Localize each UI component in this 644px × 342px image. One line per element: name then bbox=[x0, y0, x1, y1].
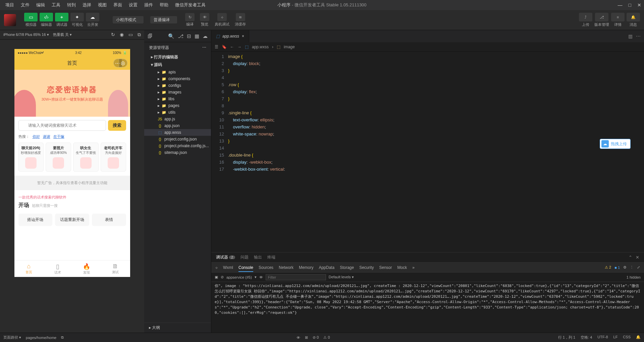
lang[interactable]: CSS bbox=[623, 335, 631, 340]
tool-调试器[interactable]: ⌖调试器 bbox=[55, 13, 68, 27]
hidden-count[interactable]: 1 hidden bbox=[627, 275, 641, 279]
tabbar-item[interactable]: 🗎测试 bbox=[101, 261, 130, 277]
copy-path-icon[interactable]: ⧉ bbox=[61, 335, 64, 340]
close-icon[interactable]: ✕ bbox=[637, 2, 641, 8]
fold-icon[interactable]: ⊟ bbox=[187, 33, 191, 39]
search-input[interactable] bbox=[18, 120, 106, 131]
tool-编辑器[interactable]: ‹/›编辑器 bbox=[40, 13, 53, 27]
action-真机调试[interactable]: ⟡真机调试 bbox=[215, 13, 229, 27]
nav-fwd-icon[interactable]: → bbox=[237, 45, 241, 49]
tree-item-sitemap.json[interactable]: {}sitemap.json bbox=[144, 149, 211, 156]
files-icon[interactable]: 🗐 bbox=[148, 33, 153, 39]
record-icon[interactable]: ◉ bbox=[120, 32, 124, 38]
refresh-icon[interactable]: ↻ bbox=[111, 32, 115, 38]
tree-item-utils[interactable]: ▸ 📁utils bbox=[144, 109, 211, 116]
panel-tab[interactable]: 问题 bbox=[240, 254, 249, 260]
tabbar-item[interactable]: ▯话术 bbox=[43, 261, 72, 277]
context-select[interactable]: appservice (#5) bbox=[226, 275, 252, 279]
nav-back-icon[interactable]: ← bbox=[230, 45, 234, 49]
close-tab-icon[interactable]: × bbox=[242, 34, 244, 39]
panel-tab[interactable]: 调试器 2 bbox=[216, 254, 235, 260]
bookmark-icon[interactable]: 🔖 bbox=[222, 45, 227, 49]
right-详情[interactable]: ≡详情 bbox=[611, 13, 625, 27]
menu-item[interactable]: 工具 bbox=[49, 1, 63, 9]
eye-icon[interactable]: 👁 bbox=[297, 336, 300, 340]
mode-select[interactable]: 小程序模式 bbox=[113, 17, 144, 23]
tabbar-item[interactable]: 🔥发现 bbox=[72, 261, 101, 277]
menu-item[interactable]: 项目 bbox=[3, 1, 17, 9]
clear-icon[interactable]: ⊘ bbox=[221, 275, 224, 279]
compile-select[interactable]: 普通编译 bbox=[150, 17, 177, 23]
search-button[interactable]: 搜索 bbox=[108, 120, 126, 131]
tree-item-libs[interactable]: ▸ 📁libs bbox=[144, 96, 211, 102]
topic-tab[interactable]: 表情 bbox=[92, 214, 126, 226]
menu-item[interactable]: 编辑 bbox=[34, 1, 48, 9]
tree-item-app.wxss[interactable]: ⬚app.wxss bbox=[144, 129, 211, 136]
tree-item-images[interactable]: ▸ 📁images bbox=[144, 89, 211, 96]
code-area[interactable]: 1 2 3 4 5 6 7 8 9 10 11 12 13 14 15 16 1… bbox=[211, 52, 644, 252]
tree-section[interactable]: ▾ 源码 bbox=[144, 61, 211, 69]
more-devtabs[interactable]: » bbox=[412, 265, 415, 270]
popout-icon[interactable]: ⤢ bbox=[637, 265, 640, 270]
eol[interactable]: LF bbox=[613, 335, 618, 340]
warning-badge[interactable]: ⚠ 2 bbox=[605, 265, 611, 270]
levels-select[interactable]: Default levels ▾ bbox=[329, 275, 354, 279]
menu-item[interactable]: 设置 bbox=[126, 1, 140, 9]
tree-item-app.js[interactable]: JSapp.js bbox=[144, 116, 211, 122]
capsule-buttons[interactable]: ⋯◎ bbox=[113, 59, 127, 67]
reload-mode[interactable]: 热重载 关 ▾ bbox=[53, 32, 72, 37]
more-icon[interactable]: ⋯ bbox=[636, 34, 641, 39]
cursor-pos[interactable]: 行 1，列 1 bbox=[558, 335, 575, 340]
panel-tab[interactable]: 输出 bbox=[254, 254, 262, 260]
tree-item-components[interactable]: ▸ 📁components bbox=[144, 75, 211, 82]
right-消息[interactable]: 🔔消息 bbox=[627, 13, 640, 27]
device-icon[interactable]: ▭ bbox=[128, 32, 133, 38]
tree-item-pages[interactable]: ▸ 📁pages bbox=[144, 102, 211, 109]
grid-icon[interactable]: ▦ bbox=[195, 33, 199, 39]
menu-item[interactable]: 插件 bbox=[142, 1, 156, 9]
cloud-icon[interactable]: ☁ bbox=[203, 33, 208, 39]
topic-tab[interactable]: 话题重新开场 bbox=[55, 214, 89, 226]
scene-icon[interactable]: ⊞ bbox=[305, 335, 308, 340]
editor-tab[interactable]: ⬚ app.wxss × bbox=[211, 30, 249, 42]
feature-card[interactable]: 聊天前20句秒增加好感度 bbox=[18, 142, 44, 172]
menu-item[interactable]: 界面 bbox=[111, 1, 125, 9]
gear-icon[interactable]: ⚙ bbox=[623, 265, 627, 270]
console-output[interactable]: 你", image : "https://xinlianai.app1212.c… bbox=[211, 282, 644, 333]
devtab-Memory[interactable]: Memory bbox=[299, 265, 313, 270]
inspect-icon[interactable]: ⟐ bbox=[215, 265, 218, 270]
maximize-icon[interactable]: □ bbox=[629, 2, 631, 8]
tool-可视化[interactable]: ✦可视化 bbox=[70, 13, 84, 27]
bell-icon[interactable]: 🔔 bbox=[636, 335, 641, 340]
panel-tab[interactable]: 终端 bbox=[267, 254, 275, 260]
tool-模拟器[interactable]: ▭模拟器 bbox=[24, 13, 38, 27]
list-icon[interactable]: ☰ bbox=[215, 45, 218, 49]
tree-item-app.json[interactable]: {}app.json bbox=[144, 122, 211, 129]
eye-icon[interactable]: 👁 bbox=[259, 275, 263, 279]
warnings[interactable]: ⚠ 0 bbox=[323, 335, 330, 340]
tool-云开发[interactable]: ☁云开发 bbox=[86, 13, 99, 27]
page-path-label[interactable]: 页面路径 ▾ bbox=[3, 335, 21, 340]
devtab-Storage[interactable]: Storage bbox=[340, 265, 354, 270]
tree-section[interactable]: ▸ 打开的编辑器 bbox=[144, 53, 211, 61]
hot-link[interactable]: 在干嘛 bbox=[53, 134, 64, 138]
info-badge[interactable]: ■ 1 bbox=[614, 266, 620, 270]
drag-upload-widget[interactable]: ☁ 拖拽上传 bbox=[600, 139, 631, 149]
encoding[interactable]: UTF-8 bbox=[597, 335, 608, 340]
phone-simulator[interactable]: ●●●●● WeChat🗲 3:42 100% 🔋 首页 ⋯◎ 恋爱密语神器 3… bbox=[14, 49, 130, 277]
git-icon[interactable]: ⎇ bbox=[178, 33, 183, 39]
panel-up-icon[interactable]: ⌃ bbox=[629, 255, 632, 260]
panel-close-icon[interactable]: ✕ bbox=[636, 255, 639, 260]
tree-item-apis[interactable]: ▸ 📁apis bbox=[144, 69, 211, 75]
devtab-Console[interactable]: Console bbox=[238, 265, 253, 272]
action-编译[interactable]: ↻编译 bbox=[185, 13, 195, 27]
copy-icon[interactable]: ⧉ bbox=[138, 32, 141, 38]
minimize-icon[interactable]: — bbox=[618, 2, 623, 8]
hot-link[interactable]: 你好 bbox=[33, 134, 40, 138]
tabbar-item[interactable]: ⌂首页 bbox=[14, 261, 43, 277]
topic-tab[interactable]: 搭讪开场 bbox=[18, 214, 53, 226]
devtab-Sensor[interactable]: Sensor bbox=[379, 265, 392, 270]
feature-card[interactable]: 要照片成功率90% bbox=[46, 142, 71, 172]
split-icon[interactable]: ▥ bbox=[628, 34, 633, 39]
search-icon[interactable]: 🔍 bbox=[168, 33, 174, 39]
